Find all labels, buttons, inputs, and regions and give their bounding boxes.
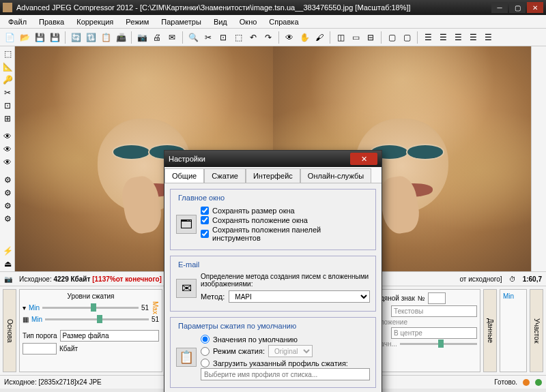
- tool-eye-icon[interactable]: 👁: [1, 130, 14, 142]
- tab-compression[interactable]: Сжатие: [204, 168, 246, 183]
- main-toolbar: 📄 📂 💾 💾 🔄 🔃 📋 📠 📷 🖨 ✉ 🔍 ✂ ⊡ ⬚ ↶ ↷ 👁 ✋ 🖌 …: [0, 29, 546, 46]
- vtab-area-2[interactable]: Участок: [530, 289, 543, 372]
- chroma-slider[interactable]: [45, 318, 149, 320]
- tool-f1-icon[interactable]: ⚙: [1, 174, 14, 186]
- wm-position-combo[interactable]: В центре: [391, 327, 477, 339]
- scan-icon[interactable]: 📠: [114, 31, 128, 44]
- crop-icon[interactable]: ✂: [201, 31, 215, 44]
- luma-slider[interactable]: [42, 307, 139, 309]
- source-size: 4229 Кбайт: [53, 275, 90, 283]
- threshold-value-input[interactable]: [23, 343, 57, 355]
- panel4-icon[interactable]: ☰: [466, 31, 480, 44]
- tool-crop-icon[interactable]: ✂: [1, 87, 14, 99]
- tool-crop3-icon[interactable]: ⊞: [1, 112, 14, 125]
- view2-icon[interactable]: ▢: [400, 31, 414, 44]
- tab-online[interactable]: Онлайн-службы: [300, 168, 371, 183]
- ready-label: Готово.: [494, 378, 517, 386]
- tab-general[interactable]: Общие: [164, 168, 204, 183]
- brush-icon[interactable]: 🖌: [313, 31, 326, 44]
- menu-help[interactable]: Справка: [263, 16, 304, 27]
- menu-file[interactable]: Файл: [3, 16, 32, 27]
- min-panel: Min: [500, 289, 527, 372]
- maximize-button[interactable]: ▢: [509, 2, 526, 13]
- menu-edit[interactable]: Правка: [33, 16, 70, 27]
- email-method-select[interactable]: MAPI: [229, 290, 370, 303]
- tool-resize-icon[interactable]: 📐: [1, 61, 14, 73]
- panel1-icon[interactable]: ☰: [421, 31, 435, 44]
- min-label-2: Min: [31, 316, 42, 323]
- resize-icon[interactable]: ⬚: [231, 31, 245, 44]
- default-compression-fieldset: Параметры сжатия по умолчанию 📋 Значения…: [170, 317, 376, 388]
- default-values-radio[interactable]: Значения по умолчанию: [201, 334, 370, 344]
- tool-eye2-icon[interactable]: 👁: [1, 143, 14, 155]
- email-desc: Определение метода создания писем с влож…: [201, 273, 370, 288]
- compression-mode-radio[interactable]: Режим сжатия: Original: [201, 344, 370, 358]
- dialog-close-button[interactable]: ✕: [350, 153, 377, 165]
- compression-mode-select[interactable]: Original: [268, 345, 313, 357]
- open-icon[interactable]: 📂: [18, 31, 31, 44]
- rotate-icon[interactable]: 🔄: [69, 31, 83, 44]
- email-fieldset: E-mail ✉ Определение метода создания пис…: [170, 256, 376, 312]
- splitv-icon[interactable]: ⊟: [364, 31, 377, 44]
- save-size-checkbox[interactable]: Сохранять размер окна: [201, 206, 370, 215]
- vtab-base[interactable]: Основа: [3, 289, 16, 372]
- compression-title: Уровни сжатия: [23, 292, 159, 300]
- tool-exit-icon[interactable]: ⏏: [1, 258, 14, 270]
- screenshot-icon[interactable]: 📷: [135, 31, 149, 44]
- panel2-icon[interactable]: ☰: [436, 31, 450, 44]
- camera-icon: 📷: [4, 275, 12, 283]
- arrow-down-icon[interactable]: ▾: [23, 304, 26, 312]
- save-position-checkbox[interactable]: Сохранять положение окна: [201, 215, 370, 225]
- tool-f4-icon[interactable]: ⚙: [1, 213, 14, 225]
- split-icon[interactable]: ◫: [334, 31, 347, 44]
- menu-window[interactable]: Окно: [234, 16, 263, 27]
- status-dot-green: [535, 379, 542, 386]
- panel5-icon[interactable]: ☰: [481, 31, 495, 44]
- tool-f2-icon[interactable]: ⚙: [1, 187, 14, 199]
- slider-value-1: 51: [141, 304, 149, 312]
- save-icon[interactable]: 💾: [48, 31, 61, 44]
- doc-icon[interactable]: 📋: [99, 31, 113, 44]
- grid-icon[interactable]: ▦: [23, 316, 29, 323]
- save-toolbars-checkbox[interactable]: Сохранять положения панелей инструментов: [201, 225, 370, 243]
- print-icon[interactable]: 🖨: [150, 31, 164, 44]
- minimize-button[interactable]: ─: [491, 2, 508, 13]
- rotate-l-icon[interactable]: ↶: [246, 31, 260, 44]
- dialog-title: Настройки: [169, 155, 205, 163]
- threshold-type-combo[interactable]: Размер файла: [60, 330, 159, 342]
- opacity-slider[interactable]: [400, 343, 477, 345]
- tool-f3-icon[interactable]: ⚙: [1, 200, 14, 212]
- menu-mode[interactable]: Режим: [120, 16, 154, 27]
- menu-params[interactable]: Параметры: [156, 16, 207, 27]
- wm-number-combo[interactable]: [428, 292, 446, 304]
- tool-bolt-icon[interactable]: ⚡: [1, 245, 14, 257]
- threshold-label: Тип порога: [23, 332, 57, 340]
- panel3-icon[interactable]: ☰: [451, 31, 465, 44]
- load-profile-radio[interactable]: Загрузить указанный профиль сжатия:: [201, 358, 370, 368]
- profile-icon: 📋: [176, 348, 197, 367]
- save-icon[interactable]: 💾: [33, 31, 46, 44]
- tool-crop2-icon[interactable]: ⊡: [1, 100, 14, 112]
- refresh-icon[interactable]: 🔃: [84, 31, 98, 44]
- close-button[interactable]: ✕: [527, 2, 543, 13]
- wm-type-combo[interactable]: Текстовы: [391, 305, 477, 317]
- zoom-in-icon[interactable]: 🔍: [186, 31, 200, 44]
- tool-eye3-icon[interactable]: 👁: [1, 156, 14, 168]
- menu-correction[interactable]: Коррекция: [71, 16, 119, 27]
- profile-name-input[interactable]: [201, 368, 370, 380]
- tab-interface[interactable]: Интерфейс: [246, 168, 300, 183]
- menu-view[interactable]: Вид: [208, 16, 233, 27]
- tool-select-icon[interactable]: ⬚: [1, 48, 14, 60]
- vtab-data[interactable]: Данные: [483, 289, 497, 372]
- new-icon[interactable]: 📄: [3, 31, 16, 44]
- single-icon[interactable]: ▭: [349, 31, 362, 44]
- rotate-r-icon[interactable]: ↷: [261, 31, 275, 44]
- right-scrollbar[interactable]: [531, 46, 546, 271]
- mail-icon[interactable]: ✉: [165, 31, 179, 44]
- redeye-icon[interactable]: 👁: [283, 31, 296, 44]
- tool-key-icon[interactable]: 🔑: [1, 74, 14, 86]
- dialog-titlebar[interactable]: Настройки ✕: [164, 151, 382, 167]
- crop2-icon[interactable]: ⊡: [216, 31, 230, 44]
- hand-icon[interactable]: ✋: [298, 31, 311, 44]
- view1-icon[interactable]: ▢: [385, 31, 399, 44]
